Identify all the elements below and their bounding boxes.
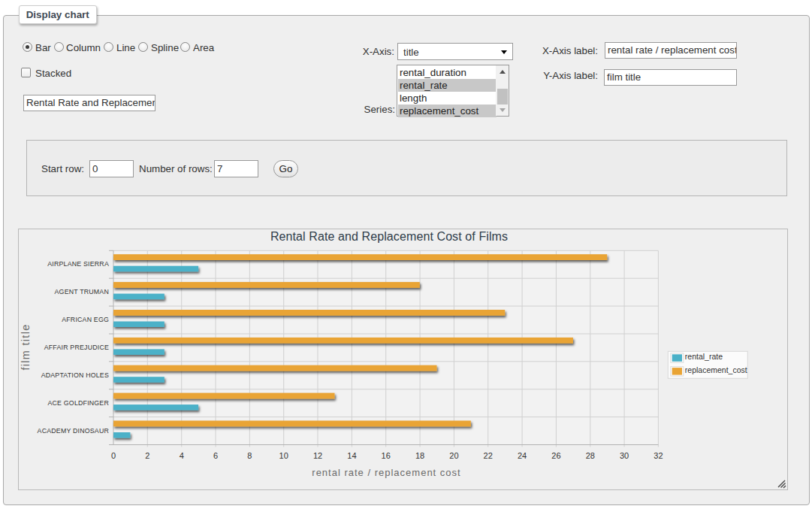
svg-text:18: 18	[415, 451, 424, 460]
svg-text:26: 26	[551, 451, 560, 460]
svg-text:30: 30	[620, 451, 629, 460]
svg-text:10: 10	[279, 451, 288, 460]
svg-text:24: 24	[518, 451, 527, 460]
svg-text:14: 14	[347, 451, 356, 460]
svg-text:rental rate / replacement cost: rental rate / replacement cost	[312, 467, 460, 478]
svg-text:8: 8	[247, 451, 252, 460]
svg-text:22: 22	[484, 451, 493, 460]
svg-text:2: 2	[145, 451, 149, 460]
svg-text:AFFAIR PREJUDICE: AFFAIR PREJUDICE	[44, 344, 109, 351]
svg-text:0: 0	[111, 451, 116, 460]
svg-text:32: 32	[654, 451, 663, 460]
svg-text:ACE GOLDFINGER: ACE GOLDFINGER	[48, 399, 110, 407]
svg-text:AGENT TRUMAN: AGENT TRUMAN	[55, 288, 109, 295]
svg-text:ADAPTATION HOLES: ADAPTATION HOLES	[41, 371, 109, 379]
svg-text:16: 16	[382, 451, 391, 460]
svg-text:Rental Rate and Replacement Co: Rental Rate and Replacement Cost of Film…	[270, 230, 508, 243]
svg-text:6: 6	[213, 451, 218, 460]
svg-text:4: 4	[180, 451, 184, 460]
svg-text:ACADEMY DINOSAUR: ACADEMY DINOSAUR	[38, 427, 109, 435]
svg-text:film title: film title	[20, 323, 32, 370]
svg-text:rental_rate: rental_rate	[685, 352, 723, 361]
svg-text:20: 20	[449, 451, 458, 460]
svg-text:replacement_cost: replacement_cost	[685, 365, 747, 374]
svg-text:28: 28	[586, 451, 595, 460]
svg-text:AFRICAN EGG: AFRICAN EGG	[62, 316, 109, 323]
svg-text:AIRPLANE SIERRA: AIRPLANE SIERRA	[47, 260, 109, 268]
svg-text:12: 12	[313, 451, 322, 460]
